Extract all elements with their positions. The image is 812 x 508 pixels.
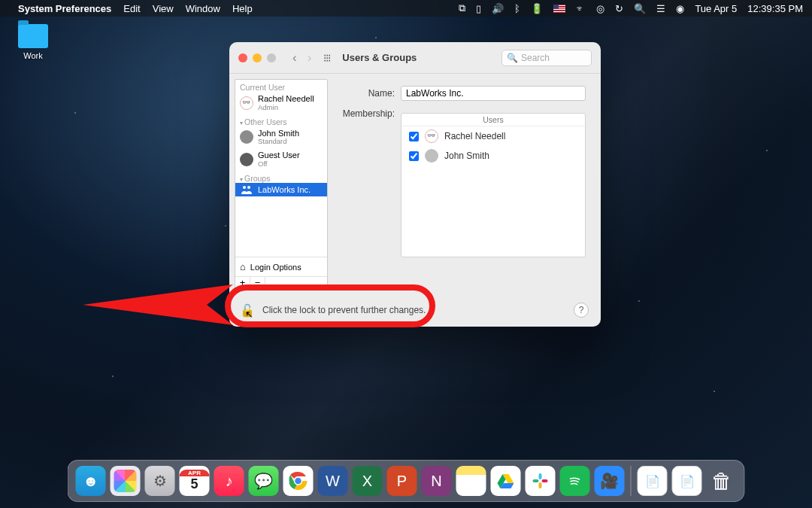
dock: ☻ APR5 ♪ 💬 W X P N 🎥 📄 📄 🗑 xyxy=(68,460,745,502)
search-field[interactable]: 🔍 Search xyxy=(501,50,592,66)
svg-point-1 xyxy=(247,186,250,189)
lock-icon[interactable]: 🔓 xyxy=(240,303,255,318)
clock-icon[interactable]: ↻ xyxy=(615,3,623,14)
sidebar-item-group-labworks[interactable]: LabWorks Inc. xyxy=(235,183,327,196)
dock-excel[interactable]: X xyxy=(353,466,383,496)
menubar: System Preferences Edit View Window Help… xyxy=(0,0,812,17)
svg-rect-11 xyxy=(533,479,539,482)
dock-system-preferences[interactable] xyxy=(145,466,175,496)
device-icon[interactable]: ▯ xyxy=(476,3,481,14)
search-icon: 🔍 xyxy=(507,53,518,63)
battery-icon[interactable]: 🔋 xyxy=(531,3,543,14)
svg-marker-2 xyxy=(83,284,233,325)
membership-label: Membership: xyxy=(338,108,395,119)
dock-zoom[interactable]: 🎥 xyxy=(595,466,625,496)
dock-onenote[interactable]: N xyxy=(422,466,452,496)
dock-notes[interactable] xyxy=(456,466,486,496)
spotlight-icon[interactable]: 🔍 xyxy=(634,3,646,14)
member-name: Rachel Needell xyxy=(444,131,505,141)
menu-edit[interactable]: Edit xyxy=(123,3,140,14)
dock-chrome[interactable] xyxy=(283,466,314,496)
dock-recent-doc-1[interactable]: 📄 xyxy=(638,466,668,496)
user-icon[interactable]: ◎ xyxy=(596,3,604,14)
bluetooth-icon[interactable]: ᛒ xyxy=(514,3,520,14)
avatar-icon xyxy=(240,96,253,110)
dock-trash[interactable]: 🗑 xyxy=(707,466,737,496)
add-user-button[interactable]: + xyxy=(235,277,250,289)
name-label: Name: xyxy=(338,88,395,99)
svg-rect-10 xyxy=(539,473,542,479)
dock-launchpad[interactable] xyxy=(111,466,141,496)
dock-slack[interactable] xyxy=(526,466,556,496)
avatar-icon xyxy=(425,129,438,143)
group-name-input[interactable] xyxy=(401,86,586,101)
sidebar-item-current-user[interactable]: Rachel Needell Admin xyxy=(235,92,327,114)
dock-spotify[interactable] xyxy=(560,466,590,496)
sidebar-item-user-john[interactable]: John Smith Standard xyxy=(235,126,327,149)
sidebar-user-name: Guest User xyxy=(258,151,300,160)
menubar-time[interactable]: 12:39:35 PM xyxy=(747,3,803,14)
volume-icon[interactable]: 🔊 xyxy=(492,3,504,14)
login-options-button[interactable]: ⌂ Login Options xyxy=(235,257,327,276)
zoom-button[interactable] xyxy=(267,53,276,62)
menubar-date[interactable]: Tue Apr 5 xyxy=(695,3,737,14)
menu-help[interactable]: Help xyxy=(232,3,253,14)
member-row[interactable]: John Smith xyxy=(401,146,585,166)
sidebar-user-name: Rachel Needell xyxy=(258,94,314,104)
sidebar-head-other: ▾Other Users xyxy=(235,114,327,126)
dock-finder[interactable]: ☻ xyxy=(76,466,106,496)
sidebar-item-guest[interactable]: Guest User Off xyxy=(235,148,327,171)
dock-word[interactable]: W xyxy=(318,466,348,496)
main-panel: Name: Membership: Users Rachel Needell J… xyxy=(333,74,601,295)
minimize-button[interactable] xyxy=(253,53,262,62)
member-checkbox[interactable] xyxy=(409,151,419,161)
sidebar-group-name: LabWorks Inc. xyxy=(258,185,311,194)
desktop-folder-work[interactable]: Work xyxy=(11,24,56,60)
dock-recent-doc-2[interactable]: 📄 xyxy=(672,466,702,496)
member-checkbox[interactable] xyxy=(409,132,419,141)
help-button[interactable]: ? xyxy=(574,303,589,318)
input-source-flag-icon[interactable] xyxy=(553,5,565,13)
remove-user-button[interactable]: − xyxy=(250,277,265,289)
annotation-arrow-icon xyxy=(83,278,233,331)
sidebar-user-role: Standard xyxy=(258,138,299,146)
folder-icon xyxy=(18,24,48,48)
app-name[interactable]: System Preferences xyxy=(18,3,111,14)
dock-music[interactable]: ♪ xyxy=(214,466,244,496)
window-title: Users & Groups xyxy=(342,52,417,63)
wifi-icon[interactable]: ᯤ xyxy=(576,3,586,14)
user-sidebar: Current User Rachel Needell Admin ▾Other… xyxy=(235,79,328,290)
menu-view[interactable]: View xyxy=(153,3,174,14)
login-options-label: Login Options xyxy=(250,263,301,272)
dock-calendar[interactable]: APR5 xyxy=(180,466,210,496)
sidebar-head-groups: ▾Groups xyxy=(235,171,327,183)
menu-window[interactable]: Window xyxy=(186,3,220,14)
sidebar-user-role: Off xyxy=(258,160,300,169)
svg-rect-13 xyxy=(542,479,548,482)
svg-rect-12 xyxy=(539,482,542,488)
member-name: John Smith xyxy=(444,151,489,161)
dock-powerpoint[interactable]: P xyxy=(387,466,417,496)
dock-messages[interactable]: 💬 xyxy=(249,466,279,496)
chevron-down-icon: ▾ xyxy=(240,120,243,126)
avatar-icon xyxy=(425,149,438,163)
chevron-down-icon: ▾ xyxy=(240,176,243,183)
sidebar-user-role: Admin xyxy=(258,104,314,112)
close-button[interactable] xyxy=(238,53,247,62)
group-icon xyxy=(240,185,253,194)
dock-separator xyxy=(631,466,632,496)
control-center-icon[interactable]: ☰ xyxy=(656,3,665,14)
dock-drive[interactable] xyxy=(491,466,521,496)
titlebar: ‹ › ⁝⁝⁝ Users & Groups 🔍 Search xyxy=(229,42,601,74)
back-button[interactable]: ‹ xyxy=(288,50,301,65)
home-icon: ⌂ xyxy=(240,261,246,272)
forward-button[interactable]: › xyxy=(303,50,317,65)
sidebar-head-current: Current User xyxy=(235,80,327,92)
window-footer: 🔓 Click the lock to prevent further chan… xyxy=(229,295,601,327)
show-all-button[interactable]: ⁝⁝⁝ xyxy=(323,52,330,64)
calendar-month: APR xyxy=(180,470,210,476)
siri-icon[interactable]: ◉ xyxy=(676,3,684,14)
member-row[interactable]: Rachel Needell xyxy=(401,126,585,146)
dropbox-icon[interactable]: ⧉ xyxy=(459,2,465,14)
desktop-folder-label: Work xyxy=(11,51,56,60)
